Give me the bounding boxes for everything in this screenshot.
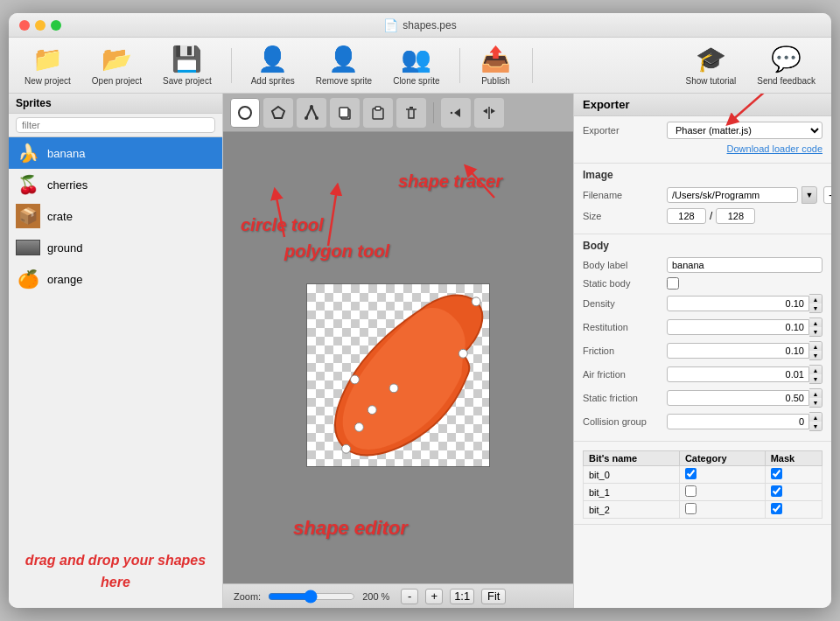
air-friction-up[interactable]: ▲ <box>809 366 822 374</box>
air-friction-input[interactable] <box>667 366 809 382</box>
sprite-item-crate[interactable]: 📦 crate <box>9 200 222 232</box>
bit-category-1[interactable] <box>679 484 765 501</box>
zoom-ratio-button[interactable]: 1:1 <box>450 589 474 604</box>
show-tutorial-button[interactable]: 🎓 Show tutorial <box>680 41 741 89</box>
add-sprites-button[interactable]: 👤 Add sprites <box>246 41 300 89</box>
restitution-down[interactable]: ▼ <box>809 327 822 336</box>
friction-input[interactable] <box>667 343 809 359</box>
bit-mask-1[interactable] <box>765 484 822 501</box>
paste-tool-button[interactable] <box>363 98 393 128</box>
collision-group-up[interactable]: ▲ <box>809 413 822 422</box>
flip-tool-button[interactable] <box>474 98 504 128</box>
body-label-input[interactable] <box>667 257 822 273</box>
new-project-button[interactable]: 📁 New project <box>19 41 76 89</box>
size-slash: / <box>710 210 712 222</box>
body-label-row: Body label <box>583 257 822 273</box>
main-area: Sprites 🍌 banana 🍒 cherries 📦 crate <box>9 94 831 608</box>
friction-input-area: ▲ ▼ <box>667 341 822 360</box>
new-project-icon: 📁 <box>32 45 63 73</box>
main-toolbar: 📁 New project 📂 Open project 💾 Save proj… <box>9 38 831 94</box>
shape-toolbar <box>223 94 573 132</box>
circle-arrow <box>258 176 346 246</box>
minimize-button[interactable] <box>35 20 46 31</box>
copy-tool-button[interactable] <box>330 98 360 128</box>
filename-label: Filename <box>583 190 662 200</box>
filename-plus-button[interactable]: + <box>823 186 831 204</box>
remove-sprite-button[interactable]: 👤 Remove sprite <box>311 41 377 89</box>
save-project-button[interactable]: 💾 Save project <box>158 41 217 89</box>
static-friction-down[interactable]: ▼ <box>809 398 822 407</box>
svg-rect-6 <box>340 108 348 117</box>
collision-group-spin: ▲ ▼ <box>809 412 822 431</box>
polygon-tool-button[interactable] <box>263 98 293 128</box>
sprite-item-cherries[interactable]: 🍒 cherries <box>9 169 222 200</box>
sprite-item-orange[interactable]: 🍊 orange <box>9 263 222 295</box>
exporter-field-label: Exporter <box>583 125 662 136</box>
density-up[interactable]: ▲ <box>809 295 822 304</box>
density-down[interactable]: ▼ <box>809 304 822 312</box>
banana-label: banana <box>47 147 85 160</box>
sprite-item-banana[interactable]: 🍌 banana <box>9 137 222 169</box>
bits-row-0: bit_0 <box>584 466 822 484</box>
zoom-plus-button[interactable]: + <box>425 589 443 604</box>
app-window: 📄 shapes.pes 📁 New project 📂 Open projec… <box>9 13 831 608</box>
svg-marker-13 <box>483 108 487 114</box>
zoom-fit-button[interactable]: Fit <box>481 589 506 604</box>
bit-mask-0[interactable] <box>765 466 822 484</box>
size-inputs: / <box>667 208 755 224</box>
zoom-minus-button[interactable]: - <box>401 589 418 604</box>
friction-up[interactable]: ▲ <box>809 342 822 351</box>
svg-marker-14 <box>491 108 495 114</box>
size-width-input[interactable] <box>667 208 706 224</box>
bit-name-2: bit_2 <box>584 501 680 519</box>
collision-group-down[interactable]: ▼ <box>809 422 822 430</box>
maximize-button[interactable] <box>51 20 61 31</box>
bit-category-0[interactable] <box>679 466 765 484</box>
density-input[interactable] <box>667 296 809 311</box>
delete-tool-button[interactable] <box>396 98 426 128</box>
download-loader-code-link[interactable]: Download loader code <box>583 143 822 154</box>
zoom-bar: Zoom: 200 % - + 1:1 Fit <box>223 583 573 608</box>
circle-tool-button[interactable] <box>230 98 260 128</box>
bits-mask-header: Mask <box>765 451 822 466</box>
open-project-button[interactable]: 📂 Open project <box>87 41 147 89</box>
sidebar-header: Sprites <box>9 94 222 114</box>
restitution-up[interactable]: ▲ <box>809 318 822 327</box>
exporter-select-row: Exporter Phaser (matter.js) <box>583 122 822 139</box>
friction-label: Friction <box>583 345 662 356</box>
tracer-tool-button[interactable] <box>297 98 326 128</box>
zoom-slider[interactable] <box>268 590 355 604</box>
panel-title: Exporter <box>574 94 831 116</box>
air-friction-down[interactable]: ▼ <box>809 374 822 383</box>
svg-point-3 <box>304 116 308 120</box>
static-friction-input[interactable] <box>667 390 809 406</box>
filter-input[interactable] <box>16 117 215 133</box>
exporter-section: exporter Exporter Phaser (matter.js) Dow… <box>574 116 831 164</box>
size-height-input[interactable] <box>716 208 755 224</box>
restitution-row: Restitution ▲ ▼ <box>583 317 822 337</box>
close-button[interactable] <box>19 20 30 31</box>
sprite-item-ground[interactable]: ground <box>9 232 222 263</box>
bit-category-2[interactable] <box>679 501 765 519</box>
clone-sprite-button[interactable]: 👥 Clone sprite <box>388 41 444 89</box>
static-body-label: Static body <box>583 278 662 289</box>
exporter-dropdown[interactable]: Phaser (matter.js) <box>667 122 822 139</box>
prev-tool-button[interactable] <box>441 98 471 128</box>
collision-group-input[interactable] <box>667 414 809 429</box>
friction-down[interactable]: ▼ <box>809 351 822 359</box>
bit-mask-2[interactable] <box>765 501 822 519</box>
center-area: circle tool polygon tool shape trac <box>223 94 573 608</box>
filename-chevron[interactable]: ▼ <box>802 186 817 204</box>
static-friction-up[interactable]: ▲ <box>809 389 822 398</box>
drag-drop-hint: drag and drop your shapes here <box>9 535 222 608</box>
banana-svg <box>307 284 489 466</box>
static-body-checkbox[interactable] <box>667 277 679 290</box>
collision-group-label: Collision group <box>583 416 662 427</box>
send-feedback-button[interactable]: 💬 Send feedback <box>752 41 821 89</box>
bits-row-1: bit_1 <box>584 484 822 501</box>
publish-button[interactable]: 📤 Publish <box>474 41 518 89</box>
ground-icon <box>16 240 40 255</box>
restitution-input[interactable] <box>667 319 809 335</box>
sidebar: Sprites 🍌 banana 🍒 cherries 📦 crate <box>9 94 223 608</box>
filename-input[interactable] <box>667 187 798 203</box>
